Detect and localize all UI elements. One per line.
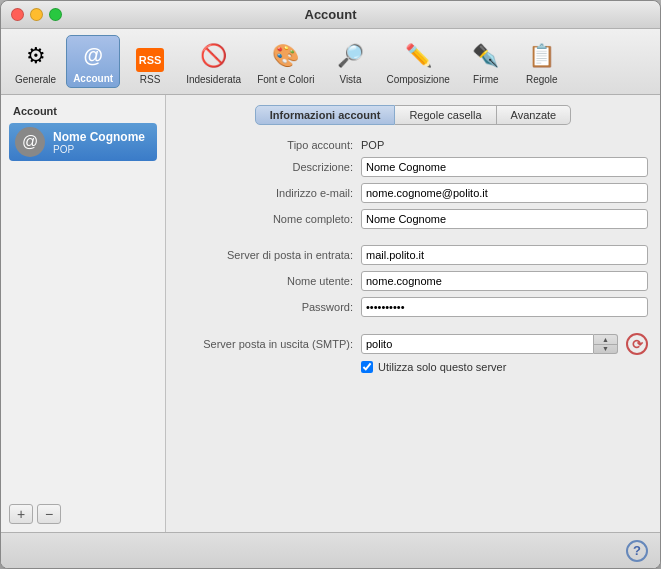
- regole-icon: 📋: [526, 40, 558, 72]
- indirizzo-input[interactable]: [361, 183, 648, 203]
- window-buttons: [11, 8, 62, 21]
- smtp-row: Server posta in uscita (SMTP): ▲ ▼ ⟳: [178, 333, 648, 355]
- close-button[interactable]: [11, 8, 24, 21]
- indirizzo-label: Indirizzo e-mail:: [178, 187, 353, 199]
- nome-utente-input[interactable]: [361, 271, 648, 291]
- nome-completo-group: Nome completo:: [178, 209, 648, 229]
- toolbar-item-account[interactable]: @ Account: [66, 35, 120, 88]
- smtp-label: Server posta in uscita (SMTP):: [178, 338, 353, 350]
- account-avatar: @: [15, 127, 45, 157]
- smtp-stepper-down[interactable]: ▼: [594, 345, 617, 354]
- toolbar-item-rss[interactable]: RSS RSS: [124, 45, 176, 88]
- nome-utente-label: Nome utente:: [178, 275, 353, 287]
- maximize-button[interactable]: [49, 8, 62, 21]
- nome-completo-label: Nome completo:: [178, 213, 353, 225]
- main-content: Account @ Nome Cognome POP + − Informazi…: [1, 95, 660, 532]
- checkbox-row: Utilizza solo questo server: [361, 361, 648, 373]
- right-panel: Informazioni account Regole casella Avan…: [166, 95, 660, 532]
- rss-icon: RSS: [136, 48, 164, 72]
- toolbar: ⚙ Generale @ Account RSS RSS 🚫 Indesider…: [1, 29, 660, 95]
- nome-completo-input[interactable]: [361, 209, 648, 229]
- password-label: Password:: [178, 301, 353, 313]
- sidebar-footer: + −: [9, 504, 157, 524]
- toolbar-label-rss: RSS: [140, 74, 161, 85]
- smtp-input[interactable]: [361, 334, 594, 354]
- tabs-bar: Informazioni account Regole casella Avan…: [178, 105, 648, 125]
- sidebar: Account @ Nome Cognome POP + −: [1, 95, 166, 532]
- descrizione-input[interactable]: [361, 157, 648, 177]
- titlebar: Account: [1, 1, 660, 29]
- tab-informazioni[interactable]: Informazioni account: [255, 105, 396, 125]
- server-entrata-input[interactable]: [361, 245, 648, 265]
- server-entrata-label: Server di posta in entrata:: [178, 249, 353, 261]
- password-input[interactable]: [361, 297, 648, 317]
- firme-icon: ✒️: [470, 40, 502, 72]
- toolbar-item-generale[interactable]: ⚙ Generale: [9, 37, 62, 88]
- utilizza-server-checkbox[interactable]: [361, 361, 373, 373]
- toolbar-item-indesiderata[interactable]: 🚫 Indesiderata: [180, 37, 247, 88]
- add-account-button[interactable]: +: [9, 504, 33, 524]
- toolbar-label-composizione: Composizione: [386, 74, 449, 85]
- toolbar-label-vista: Vista: [339, 74, 361, 85]
- main-window: Account ⚙ Generale @ Account RSS RSS 🚫 I…: [0, 0, 661, 569]
- utilizza-server-label: Utilizza solo questo server: [378, 361, 506, 373]
- toolbar-label-generale: Generale: [15, 74, 56, 85]
- toolbar-label-regole: Regole: [526, 74, 558, 85]
- toolbar-label-indesiderata: Indesiderata: [186, 74, 241, 85]
- sidebar-account-item[interactable]: @ Nome Cognome POP: [9, 123, 157, 161]
- tab-avanzate[interactable]: Avanzate: [497, 105, 572, 125]
- smtp-stepper[interactable]: ▲ ▼: [594, 334, 618, 354]
- remove-account-button[interactable]: −: [37, 504, 61, 524]
- toolbar-label-account: Account: [73, 73, 113, 84]
- toolbar-label-firme: Firme: [473, 74, 499, 85]
- help-button[interactable]: ?: [626, 540, 648, 562]
- toolbar-item-font-colori[interactable]: 🎨 Font e Colori: [251, 37, 320, 88]
- sidebar-header: Account: [9, 103, 157, 119]
- bottom-bar: ?: [1, 532, 660, 568]
- indesiderata-icon: 🚫: [198, 40, 230, 72]
- descrizione-label: Descrizione:: [178, 161, 353, 173]
- form-section: Tipo account: POP Descrizione: Indirizzo…: [178, 139, 648, 522]
- toolbar-item-vista[interactable]: 🔎 Vista: [324, 37, 376, 88]
- smtp-stepper-up[interactable]: ▲: [594, 335, 617, 344]
- server-entrata-group: Server di posta in entrata:: [178, 245, 648, 265]
- smtp-circle-indicator: ⟳: [626, 333, 648, 355]
- indirizzo-group: Indirizzo e-mail:: [178, 183, 648, 203]
- account-name: Nome Cognome: [53, 130, 145, 144]
- account-icon: @: [77, 39, 109, 71]
- nome-utente-group: Nome utente:: [178, 271, 648, 291]
- account-type: POP: [53, 144, 145, 155]
- generale-icon: ⚙: [20, 40, 52, 72]
- toolbar-item-firme[interactable]: ✒️ Firme: [460, 37, 512, 88]
- window-title: Account: [305, 7, 357, 22]
- toolbar-label-font-colori: Font e Colori: [257, 74, 314, 85]
- composizione-icon: ✏️: [402, 40, 434, 72]
- account-info: Nome Cognome POP: [53, 130, 145, 155]
- toolbar-item-composizione[interactable]: ✏️ Composizione: [380, 37, 455, 88]
- toolbar-item-regole[interactable]: 📋 Regole: [516, 37, 568, 88]
- font-colori-icon: 🎨: [270, 40, 302, 72]
- tipo-account-label: Tipo account:: [178, 139, 353, 151]
- tipo-account-value: POP: [361, 139, 384, 151]
- descrizione-group: Descrizione:: [178, 157, 648, 177]
- tipo-account-group: Tipo account: POP: [178, 139, 648, 151]
- tab-regole[interactable]: Regole casella: [395, 105, 496, 125]
- vista-icon: 🔎: [334, 40, 366, 72]
- smtp-circle-icon: ⟳: [632, 337, 643, 352]
- minimize-button[interactable]: [30, 8, 43, 21]
- password-group: Password:: [178, 297, 648, 317]
